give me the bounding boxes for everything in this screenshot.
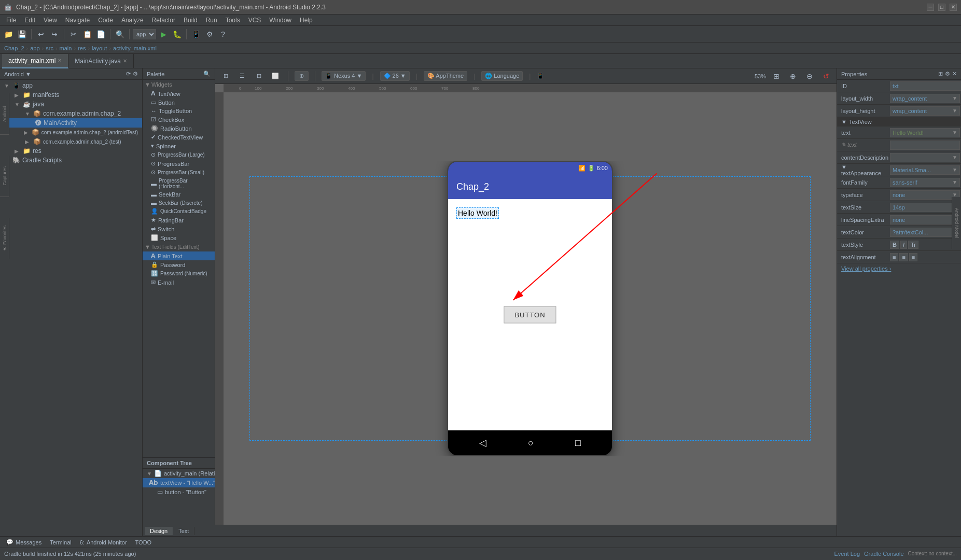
- prop-content-desc-value[interactable]: ▼: [890, 153, 960, 162]
- palette-progressbar[interactable]: ⊙ ProgressBar: [143, 159, 215, 168]
- breadcrumb-app[interactable]: app: [30, 45, 39, 51]
- palette-textview[interactable]: 𝗔 TextView: [143, 89, 215, 98]
- menu-build[interactable]: Build: [179, 16, 202, 25]
- design-extra-btn[interactable]: ⊕: [295, 71, 309, 81]
- palette-ratingbar[interactable]: ★ RatingBar: [143, 216, 215, 225]
- tree-item-package-main[interactable]: ▼ 📦 com.example.admin.chap_2: [0, 109, 142, 118]
- tree-item-java[interactable]: ▼ ☕ java: [0, 100, 142, 109]
- palette-quickcontact[interactable]: 👤 QuickContactBadge: [143, 207, 215, 216]
- prop-text-attr-value[interactable]: [890, 141, 960, 150]
- view-all-properties-link[interactable]: View all properties ›: [837, 263, 961, 274]
- menu-code[interactable]: Code: [94, 16, 117, 25]
- toolbar-open-btn[interactable]: 📁: [2, 28, 15, 40]
- prop-textappearance-value[interactable]: Material.Sma... ▼: [890, 165, 960, 175]
- theme-selector[interactable]: 🎨 AppTheme: [424, 71, 467, 81]
- menu-analyze[interactable]: Analyze: [117, 16, 148, 25]
- menu-view[interactable]: View: [39, 16, 61, 25]
- project-sync-btn[interactable]: ⟳: [126, 71, 131, 77]
- prop-layout-width-value[interactable]: wrap_content ▼: [890, 94, 960, 103]
- api-level-selector[interactable]: 🔷 26 ▼: [380, 71, 410, 81]
- prop-id-input[interactable]: [890, 81, 961, 91]
- menu-help[interactable]: Help: [296, 16, 317, 25]
- textstyle-strike-btn[interactable]: Tr: [908, 241, 918, 249]
- tab-text[interactable]: Text: [173, 527, 194, 535]
- palette-section-widgets[interactable]: ▼ Widgets: [143, 80, 215, 89]
- menu-vcs[interactable]: VCS: [244, 16, 266, 25]
- palette-checkbox[interactable]: ☑ CheckBox: [143, 115, 215, 124]
- tree-item-res[interactable]: ▶ 📁 res: [0, 146, 142, 156]
- design-list-btn[interactable]: ☰: [236, 70, 248, 82]
- textstyle-bold-btn[interactable]: B: [890, 241, 899, 249]
- run-button[interactable]: ▶: [157, 28, 170, 40]
- language-selector[interactable]: 🌐 Language: [481, 71, 523, 81]
- avd-button[interactable]: 📱: [190, 28, 202, 40]
- side-panel-favorites[interactable]: ★ Favorites: [0, 218, 9, 259]
- device-selector[interactable]: 📱 Nexus 4 ▼: [322, 71, 366, 81]
- close-activity-main-tab[interactable]: ✕: [58, 58, 62, 63]
- palette-checkedtextview[interactable]: ✔ CheckedTextView: [143, 133, 215, 142]
- breadcrumb-chap2[interactable]: Chap_2: [4, 45, 24, 51]
- button-widget[interactable]: BUTTON: [504, 306, 556, 324]
- palette-seekbar[interactable]: ▬ SeekBar: [143, 190, 215, 199]
- side-panel-captures[interactable]: Captures: [0, 156, 9, 197]
- minimize-button[interactable]: ─: [927, 4, 934, 11]
- props-config-btn[interactable]: ⚙: [945, 71, 950, 77]
- close-button[interactable]: ✕: [950, 4, 957, 11]
- todo-tab[interactable]: TODO: [131, 538, 156, 547]
- menu-run[interactable]: Run: [202, 16, 221, 25]
- breadcrumb-res[interactable]: res: [78, 45, 86, 51]
- tree-item-package-test[interactable]: ▶ 📦 com.example.admin.chap_2 (test): [0, 137, 142, 146]
- toolbar-save-btn[interactable]: 💾: [16, 28, 28, 40]
- align-center-btn[interactable]: ≡: [899, 253, 908, 261]
- menu-tools[interactable]: Tools: [221, 16, 244, 25]
- event-log-btn[interactable]: Event Log: [834, 551, 860, 557]
- breadcrumb-src[interactable]: src: [46, 45, 53, 51]
- breadcrumb-file[interactable]: activity_main.xml: [113, 45, 157, 51]
- back-btn[interactable]: ◁: [479, 437, 486, 449]
- side-panel-android-monitor[interactable]: Android Model: [952, 197, 961, 249]
- close-main-activity-tab[interactable]: ✕: [123, 58, 127, 64]
- menu-refactor[interactable]: Refactor: [148, 16, 179, 25]
- menu-edit[interactable]: Edit: [20, 16, 39, 25]
- props-close-btn[interactable]: ✕: [952, 71, 957, 77]
- palette-switch[interactable]: ⇌ Switch: [143, 225, 215, 233]
- toolbar-cut-btn[interactable]: ✂: [67, 28, 80, 40]
- palette-password[interactable]: 🔒 Password: [143, 260, 215, 269]
- palette-spinner[interactable]: ▾ Spinner: [143, 142, 215, 150]
- sdk-button[interactable]: ⚙: [203, 28, 216, 40]
- debug-button[interactable]: 🐛: [171, 28, 183, 40]
- ct-activity-main[interactable]: ▼ 📄 activity_main (Relativ...: [143, 469, 215, 478]
- props-expand-btn[interactable]: ⊞: [938, 71, 943, 77]
- hello-world-widget[interactable]: Hello World!: [456, 207, 499, 219]
- recent-btn[interactable]: □: [575, 438, 581, 449]
- palette-togglebutton[interactable]: ↔ ToggleButton: [143, 107, 215, 115]
- zoom-in-btn[interactable]: ⊕: [787, 70, 799, 82]
- align-left-btn[interactable]: ≡: [890, 253, 898, 261]
- palette-progressbar-small[interactable]: ⊙ ProgressBar (Small): [143, 168, 215, 177]
- tree-item-manifests[interactable]: ▶ 📁 manifests: [0, 90, 142, 100]
- ct-textview[interactable]: 𝗔𝗯 textView - "Hello W...": [143, 478, 215, 487]
- design-view-btn[interactable]: ⊞: [219, 70, 232, 82]
- prop-section-textview[interactable]: ▼ TextView: [837, 117, 961, 127]
- design-split-btn[interactable]: ⬜: [269, 70, 282, 82]
- terminal-tab[interactable]: Terminal: [46, 538, 76, 547]
- tree-item-gradle[interactable]: ▶ 🐘 Gradle Scripts: [0, 156, 142, 165]
- textstyle-italic-btn[interactable]: I: [900, 241, 907, 249]
- palette-section-edittext[interactable]: ▼ Text Fields (EditText): [143, 242, 215, 251]
- tree-item-package-androidtest[interactable]: ▶ 📦 com.example.admin.chap_2 (androidTes…: [0, 128, 142, 137]
- tab-design[interactable]: Design: [145, 527, 173, 535]
- palette-radiobutton[interactable]: 🔘 RadioButton: [143, 124, 215, 133]
- device-orientation-btn[interactable]: 📱: [537, 73, 544, 79]
- help-btn[interactable]: ?: [217, 28, 229, 40]
- tab-main-activity[interactable]: MainActivity.java ✕: [68, 54, 133, 68]
- messages-tab[interactable]: 💬 Messages: [2, 538, 46, 547]
- prop-layout-height-value[interactable]: wrap_content ▼: [890, 106, 960, 116]
- prop-textsize-value[interactable]: 14sp ▼: [890, 203, 960, 212]
- maximize-button[interactable]: □: [938, 4, 945, 11]
- zoom-fit-btn[interactable]: ⊞: [770, 70, 783, 82]
- run-config-select[interactable]: app: [133, 29, 156, 39]
- toolbar-search-btn[interactable]: 🔍: [114, 28, 126, 40]
- tree-item-main-activity[interactable]: 🅐 MainActivity: [0, 118, 142, 128]
- toolbar-redo-btn[interactable]: ↪: [48, 28, 61, 40]
- android-monitor-tab[interactable]: 6: Android Monitor: [76, 538, 131, 547]
